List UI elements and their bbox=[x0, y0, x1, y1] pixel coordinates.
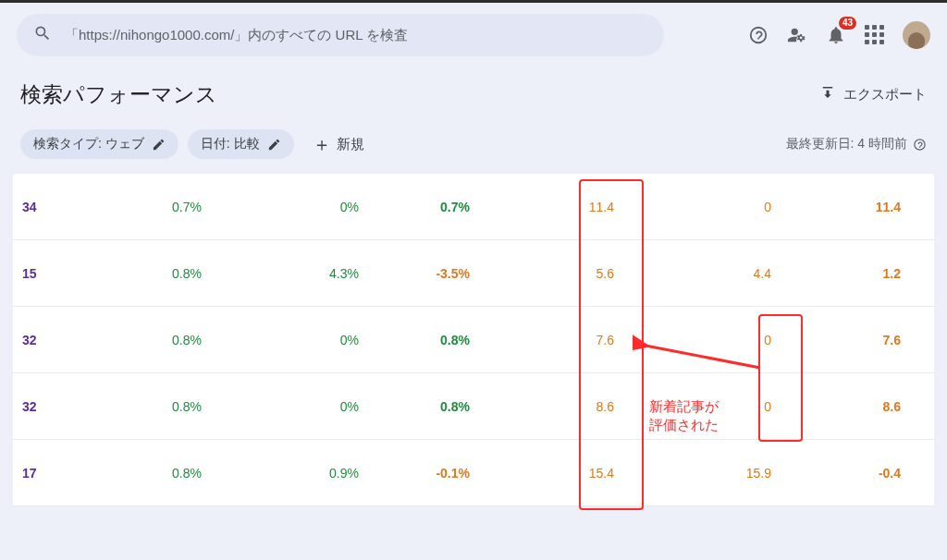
cell-clicks: 17 bbox=[18, 466, 81, 481]
chip-search-type[interactable]: 検索タイプ: ウェブ bbox=[20, 129, 178, 159]
cell-ctr1: 0.8% bbox=[81, 466, 202, 481]
help-outline-icon bbox=[913, 138, 927, 152]
cell-pos2: 0 bbox=[627, 333, 784, 347]
cell-clicks: 32 bbox=[18, 399, 81, 414]
performance-table: 34 0.7% 0% 0.7% 11.4 0 11.4 15 0.8% 4.3%… bbox=[13, 174, 934, 506]
cell-pos2: 0 bbox=[627, 200, 784, 214]
cell-ctr-diff: 0.8% bbox=[359, 333, 470, 347]
cell-ctr1: 0.8% bbox=[81, 333, 202, 347]
cell-pos1: 11.4 bbox=[470, 200, 627, 214]
cell-ctr-diff: -0.1% bbox=[359, 466, 470, 481]
pencil-icon bbox=[267, 138, 281, 152]
table-row[interactable]: 15 0.8% 4.3% -3.5% 5.6 4.4 1.2 bbox=[13, 240, 934, 307]
chip-search-type-label: 検索タイプ: ウェブ bbox=[33, 136, 144, 152]
cell-ctr1: 0.8% bbox=[81, 399, 202, 414]
cell-pos1: 15.4 bbox=[470, 466, 627, 481]
cell-ctr2: 0% bbox=[202, 200, 359, 214]
filter-chips-row: 検索タイプ: ウェブ 日付: 比較 ＋ 新規 最終更新日: 4 時間前 bbox=[0, 122, 947, 174]
search-icon bbox=[33, 24, 52, 46]
cell-pos-diff: 8.6 bbox=[784, 399, 904, 414]
settings-users-button[interactable] bbox=[786, 24, 808, 46]
cell-clicks: 34 bbox=[18, 200, 81, 214]
plus-icon: ＋ bbox=[313, 135, 331, 153]
chip-add-new[interactable]: ＋ 新規 bbox=[303, 129, 374, 159]
topbar: 「https://nihongo1000.com/」内のすべての URL を検査… bbox=[0, 3, 947, 64]
export-button[interactable]: エクスポート bbox=[819, 86, 927, 103]
notification-badge: 43 bbox=[839, 17, 856, 30]
cell-ctr-diff: -3.5% bbox=[359, 266, 470, 281]
cell-pos-diff: 7.6 bbox=[784, 333, 904, 347]
help-button[interactable] bbox=[747, 24, 769, 46]
cell-pos1: 5.6 bbox=[470, 266, 627, 281]
search-placeholder-text: 「https://nihongo1000.com/」内のすべての URL を検査 bbox=[65, 27, 408, 44]
cell-ctr2: 0% bbox=[202, 333, 359, 347]
last-updated-text: 最終更新日: 4 時間前 bbox=[786, 136, 907, 152]
apps-launcher-button[interactable] bbox=[864, 24, 886, 46]
table-row[interactable]: 32 0.8% 0% 0.8% 7.6 0 7.6 bbox=[13, 307, 934, 373]
url-search-box[interactable]: 「https://nihongo1000.com/」内のすべての URL を検査 bbox=[17, 14, 664, 56]
cell-pos2: 15.9 bbox=[627, 466, 784, 481]
cell-ctr-diff: 0.7% bbox=[359, 200, 470, 214]
cell-clicks: 32 bbox=[18, 333, 81, 347]
chip-date[interactable]: 日付: 比較 bbox=[188, 129, 294, 159]
table-row[interactable]: 34 0.7% 0% 0.7% 11.4 0 11.4 bbox=[13, 174, 934, 240]
apps-grid-icon bbox=[865, 25, 885, 45]
table-row[interactable]: 17 0.8% 0.9% -0.1% 15.4 15.9 -0.4 bbox=[13, 440, 934, 506]
cell-ctr1: 0.8% bbox=[81, 266, 202, 281]
cell-pos-diff: 11.4 bbox=[784, 200, 904, 214]
notifications-button[interactable]: 43 bbox=[825, 24, 847, 46]
account-avatar[interactable] bbox=[903, 21, 930, 49]
top-actions: 43 bbox=[747, 21, 930, 49]
cell-ctr1: 0.7% bbox=[81, 200, 202, 214]
cell-pos2: 4.4 bbox=[627, 266, 784, 281]
cell-pos1: 8.6 bbox=[470, 399, 627, 414]
chip-date-label: 日付: 比較 bbox=[201, 136, 260, 152]
cell-ctr2: 0.9% bbox=[202, 466, 359, 481]
page-title: 検索パフォーマンス bbox=[20, 80, 217, 109]
export-label: エクスポート bbox=[843, 86, 927, 103]
table-row[interactable]: 32 0.8% 0% 0.8% 8.6 0 8.6 bbox=[13, 373, 934, 440]
cell-pos1: 7.6 bbox=[470, 333, 627, 347]
chip-add-label: 新規 bbox=[337, 136, 364, 153]
cell-pos-diff: 1.2 bbox=[784, 266, 904, 281]
cell-ctr2: 4.3% bbox=[202, 266, 359, 281]
cell-pos-diff: -0.4 bbox=[784, 466, 904, 481]
pencil-icon bbox=[152, 138, 166, 152]
cell-clicks: 15 bbox=[18, 266, 81, 281]
title-row: 検索パフォーマンス エクスポート bbox=[0, 64, 947, 122]
cell-ctr-diff: 0.8% bbox=[359, 399, 470, 414]
cell-pos2: 0 bbox=[627, 399, 784, 414]
cell-ctr2: 0% bbox=[202, 399, 359, 414]
download-icon bbox=[819, 87, 836, 103]
last-updated: 最終更新日: 4 時間前 bbox=[786, 136, 927, 152]
